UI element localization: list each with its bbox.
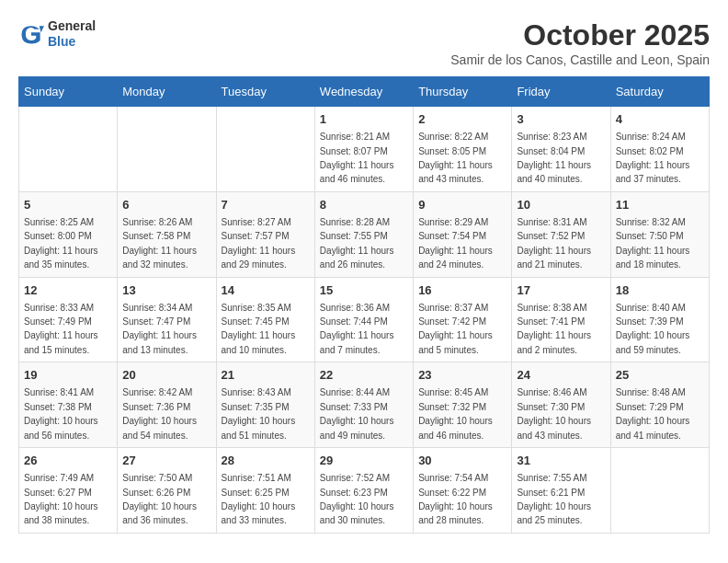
calendar-day: 26Sunrise: 7:49 AM Sunset: 6:27 PM Dayli… [19,448,118,534]
logo-icon [18,21,44,47]
title-area: October 2025 Samir de los Canos, Castill… [450,18,710,67]
calendar-day: 29Sunrise: 7:52 AM Sunset: 6:23 PM Dayli… [314,448,413,534]
logo-line2: Blue [48,34,96,50]
calendar-day: 19Sunrise: 8:41 AM Sunset: 7:38 PM Dayli… [19,362,118,448]
calendar-day: 15Sunrise: 8:36 AM Sunset: 7:44 PM Dayli… [314,277,413,362]
day-number: 19 [24,367,112,384]
day-number: 1 [320,111,408,128]
day-info: Sunrise: 7:55 AM Sunset: 6:21 PM Dayligh… [517,473,591,525]
calendar-day: 5Sunrise: 8:25 AM Sunset: 8:00 PM Daylig… [19,191,118,277]
day-number: 30 [418,453,506,469]
day-info: Sunrise: 8:46 AM Sunset: 7:30 PM Dayligh… [517,387,591,440]
day-number: 26 [24,453,112,469]
month-title: October 2025 [450,18,710,52]
day-number: 27 [122,453,210,469]
day-number: 25 [616,367,704,384]
weekday-header: Thursday [414,77,512,107]
weekday-header: Saturday [610,77,709,107]
day-info: Sunrise: 8:40 AM Sunset: 7:39 PM Dayligh… [616,303,690,355]
calendar-day: 21Sunrise: 8:43 AM Sunset: 7:35 PM Dayli… [216,362,314,448]
calendar-day: 30Sunrise: 7:54 AM Sunset: 6:22 PM Dayli… [414,448,512,534]
calendar-day: 13Sunrise: 8:34 AM Sunset: 7:47 PM Dayli… [118,277,216,362]
calendar-day: 25Sunrise: 8:48 AM Sunset: 7:29 PM Dayli… [610,362,709,448]
calendar-week: 12Sunrise: 8:33 AM Sunset: 7:49 PM Dayli… [19,277,710,362]
day-info: Sunrise: 8:29 AM Sunset: 7:54 PM Dayligh… [418,217,493,270]
day-info: Sunrise: 8:26 AM Sunset: 7:58 PM Dayligh… [122,217,197,270]
day-number: 16 [418,282,506,299]
calendar-day: 22Sunrise: 8:44 AM Sunset: 7:33 PM Dayli… [314,362,413,448]
weekday-row: SundayMondayTuesdayWednesdayThursdayFrid… [19,77,710,107]
day-number: 22 [320,367,408,384]
calendar-day: 16Sunrise: 8:37 AM Sunset: 7:42 PM Dayli… [414,277,512,362]
day-number: 12 [24,282,112,299]
calendar-week: 19Sunrise: 8:41 AM Sunset: 7:38 PM Dayli… [19,362,710,448]
calendar-day [118,107,216,192]
calendar-day: 6Sunrise: 8:26 AM Sunset: 7:58 PM Daylig… [118,191,216,277]
day-number: 3 [517,111,605,128]
calendar-table: SundayMondayTuesdayWednesdayThursdayFrid… [18,76,710,534]
calendar-day: 31Sunrise: 7:55 AM Sunset: 6:21 PM Dayli… [512,448,610,534]
header: General Blue October 2025 Samir de los C… [18,18,710,67]
calendar-day: 12Sunrise: 8:33 AM Sunset: 7:49 PM Dayli… [19,277,118,362]
day-number: 2 [418,111,506,128]
day-number: 7 [222,197,310,213]
day-number: 20 [122,367,210,384]
day-number: 21 [222,367,310,384]
calendar-day: 10Sunrise: 8:31 AM Sunset: 7:52 PM Dayli… [512,191,610,277]
calendar-day: 17Sunrise: 8:38 AM Sunset: 7:41 PM Dayli… [512,277,610,362]
calendar-week: 5Sunrise: 8:25 AM Sunset: 8:00 PM Daylig… [19,191,710,277]
calendar-week: 1Sunrise: 8:21 AM Sunset: 8:07 PM Daylig… [19,107,710,192]
day-info: Sunrise: 8:28 AM Sunset: 7:55 PM Dayligh… [320,217,394,270]
day-number: 18 [616,282,704,299]
calendar-day: 8Sunrise: 8:28 AM Sunset: 7:55 PM Daylig… [314,191,413,277]
day-number: 23 [418,367,506,384]
calendar-day: 23Sunrise: 8:45 AM Sunset: 7:32 PM Dayli… [414,362,512,448]
calendar-week: 26Sunrise: 7:49 AM Sunset: 6:27 PM Dayli… [19,448,710,534]
calendar-day: 28Sunrise: 7:51 AM Sunset: 6:25 PM Dayli… [216,448,314,534]
day-number: 10 [517,197,605,213]
day-number: 28 [222,453,310,469]
calendar-day: 2Sunrise: 8:22 AM Sunset: 8:05 PM Daylig… [414,107,512,192]
subtitle: Samir de los Canos, Castille and Leon, S… [450,52,710,67]
calendar-day: 3Sunrise: 8:23 AM Sunset: 8:04 PM Daylig… [512,107,610,192]
day-number: 11 [616,197,704,213]
day-number: 24 [517,367,605,384]
day-info: Sunrise: 8:36 AM Sunset: 7:44 PM Dayligh… [320,303,394,355]
calendar-body: 1Sunrise: 8:21 AM Sunset: 8:07 PM Daylig… [19,107,710,534]
day-info: Sunrise: 8:32 AM Sunset: 7:50 PM Dayligh… [616,217,690,270]
calendar-day [216,107,314,192]
day-number: 6 [122,197,210,213]
calendar-day: 24Sunrise: 8:46 AM Sunset: 7:30 PM Dayli… [512,362,610,448]
day-info: Sunrise: 8:42 AM Sunset: 7:36 PM Dayligh… [122,387,197,440]
calendar-day: 1Sunrise: 8:21 AM Sunset: 8:07 PM Daylig… [314,107,413,192]
day-number: 15 [320,282,408,299]
day-number: 31 [517,453,605,469]
day-info: Sunrise: 8:41 AM Sunset: 7:38 PM Dayligh… [24,387,98,440]
weekday-header: Sunday [19,77,118,107]
day-info: Sunrise: 8:45 AM Sunset: 7:32 PM Dayligh… [418,387,493,440]
weekday-header: Friday [512,77,610,107]
calendar-day: 11Sunrise: 8:32 AM Sunset: 7:50 PM Dayli… [610,191,709,277]
day-info: Sunrise: 8:35 AM Sunset: 7:45 PM Dayligh… [222,303,296,355]
day-number: 14 [222,282,310,299]
calendar-day: 18Sunrise: 8:40 AM Sunset: 7:39 PM Dayli… [610,277,709,362]
day-info: Sunrise: 8:48 AM Sunset: 7:29 PM Dayligh… [616,387,690,440]
day-number: 9 [418,197,506,213]
day-number: 4 [616,111,704,128]
day-info: Sunrise: 7:50 AM Sunset: 6:26 PM Dayligh… [122,473,197,525]
calendar-day: 20Sunrise: 8:42 AM Sunset: 7:36 PM Dayli… [118,362,216,448]
calendar-header: SundayMondayTuesdayWednesdayThursdayFrid… [19,77,710,107]
logo: General Blue [18,18,96,50]
calendar-day [19,107,118,192]
day-info: Sunrise: 8:23 AM Sunset: 8:04 PM Dayligh… [517,132,591,184]
day-info: Sunrise: 8:21 AM Sunset: 8:07 PM Dayligh… [320,132,394,184]
calendar-day: 4Sunrise: 8:24 AM Sunset: 8:02 PM Daylig… [610,107,709,192]
day-info: Sunrise: 8:25 AM Sunset: 8:00 PM Dayligh… [24,217,98,270]
day-info: Sunrise: 7:54 AM Sunset: 6:22 PM Dayligh… [418,473,493,525]
day-info: Sunrise: 7:52 AM Sunset: 6:23 PM Dayligh… [320,473,394,525]
weekday-header: Tuesday [216,77,314,107]
day-info: Sunrise: 8:33 AM Sunset: 7:49 PM Dayligh… [24,303,98,355]
day-info: Sunrise: 8:34 AM Sunset: 7:47 PM Dayligh… [122,303,197,355]
day-info: Sunrise: 7:51 AM Sunset: 6:25 PM Dayligh… [222,473,296,525]
calendar-day: 9Sunrise: 8:29 AM Sunset: 7:54 PM Daylig… [414,191,512,277]
